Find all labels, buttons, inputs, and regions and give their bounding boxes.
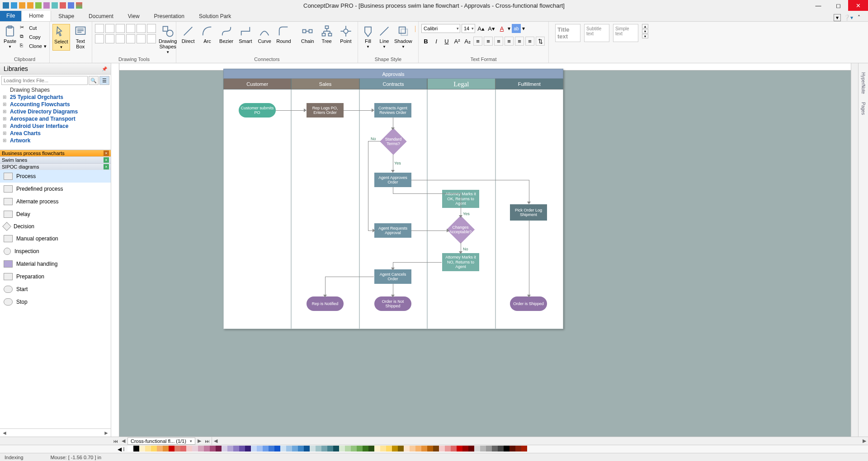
qat-icon[interactable] bbox=[76, 2, 82, 9]
shape-item-stop[interactable]: Stop bbox=[0, 296, 111, 308]
color-swatch[interactable] bbox=[451, 446, 457, 452]
search-options-button[interactable]: ☰ bbox=[99, 76, 109, 85]
help-icon[interactable]: ❔▾ bbox=[844, 14, 852, 21]
align-middle-icon[interactable]: ≡ bbox=[515, 37, 524, 46]
color-swatch[interactable] bbox=[175, 446, 180, 452]
preset-subtitle-text[interactable]: Subtitle text bbox=[584, 24, 609, 42]
lib-tab-business-process[interactable]: Business process flowcharts× bbox=[0, 150, 111, 156]
color-swatch[interactable] bbox=[198, 446, 204, 452]
color-swatch[interactable] bbox=[445, 446, 451, 452]
lane-header-legal[interactable]: Legal bbox=[427, 79, 495, 89]
connector-arc[interactable]: Arc bbox=[198, 24, 216, 45]
qat-icon[interactable] bbox=[3, 2, 9, 9]
font-size-select[interactable]: 14 bbox=[462, 24, 475, 33]
qat-icon[interactable] bbox=[68, 2, 74, 9]
bold-button[interactable]: B bbox=[421, 37, 430, 46]
tree-item[interactable]: Accounting Flowcharts bbox=[0, 101, 111, 108]
canvas-vscroll[interactable] bbox=[851, 63, 858, 437]
library-search-input[interactable] bbox=[1, 76, 88, 85]
color-swatch[interactable] bbox=[263, 446, 269, 452]
qat-save-icon[interactable] bbox=[11, 2, 17, 9]
shape-item-alternate-process[interactable]: Alternate process bbox=[0, 195, 111, 208]
sidebar-hscroll[interactable]: ◄► bbox=[0, 428, 111, 437]
drawing-shapes-button[interactable]: Drawing Shapes▼ bbox=[158, 24, 178, 55]
shape-style-preset[interactable] bbox=[415, 26, 415, 32]
qat-icon[interactable] bbox=[52, 2, 58, 9]
gallery-down-icon[interactable]: ▾ bbox=[642, 29, 648, 33]
node-order-not-shipped[interactable]: Order is Not Shipped bbox=[374, 296, 411, 311]
lane-header-fulfillment[interactable]: Fulfillment bbox=[495, 79, 563, 89]
gallery-up-icon[interactable]: ▴ bbox=[642, 24, 648, 28]
select-tool-button[interactable]: Select▼ bbox=[52, 24, 70, 51]
color-swatch[interactable] bbox=[274, 446, 280, 452]
close-button[interactable]: ✕ bbox=[848, 0, 868, 11]
color-swatch[interactable] bbox=[321, 446, 327, 452]
highlight-icon[interactable]: ab bbox=[512, 24, 521, 33]
paste-button[interactable]: Paste▼ bbox=[3, 24, 17, 50]
color-swatch[interactable] bbox=[363, 446, 368, 452]
copy-button[interactable]: ⧉Copy bbox=[19, 33, 47, 41]
color-swatch[interactable] bbox=[233, 446, 239, 452]
align-right-icon[interactable]: ≡ bbox=[494, 37, 503, 46]
shape-item-decision[interactable]: Decision bbox=[0, 221, 111, 232]
library-tree[interactable]: Drawing Shapes 25 Typical Orgcharts Acco… bbox=[0, 86, 111, 150]
color-swatch[interactable] bbox=[251, 446, 257, 452]
font-family-select[interactable]: Calibri bbox=[421, 24, 460, 33]
shape-item-delay[interactable]: Delay bbox=[0, 208, 111, 221]
node-rep-logs-po[interactable]: Rep Logs PO, Enters Order bbox=[307, 103, 344, 118]
clone-button[interactable]: ⎘Clone ▾ bbox=[19, 42, 47, 50]
color-swatch[interactable] bbox=[316, 446, 321, 452]
hscroll-right-icon[interactable]: ▶ bbox=[863, 438, 866, 444]
color-options-icon[interactable]: ◀ ⁞ bbox=[118, 446, 125, 452]
color-swatch[interactable] bbox=[151, 446, 157, 452]
color-swatch[interactable] bbox=[145, 446, 151, 452]
color-swatch[interactable] bbox=[180, 446, 186, 452]
connector-direct[interactable]: Direct bbox=[179, 24, 197, 45]
color-swatch[interactable] bbox=[286, 446, 292, 452]
color-swatch[interactable] bbox=[280, 446, 286, 452]
close-icon[interactable]: × bbox=[104, 157, 109, 163]
color-swatch[interactable] bbox=[227, 446, 233, 452]
node-agent-cancels[interactable]: Agent Cancels Order bbox=[374, 269, 411, 284]
text-box-button[interactable]: Text Box bbox=[72, 24, 89, 50]
tab-document[interactable]: Document bbox=[81, 11, 121, 21]
collapse-ribbon-icon[interactable]: ˄ bbox=[855, 14, 863, 21]
search-button[interactable]: 🔍 bbox=[89, 76, 99, 85]
color-swatch[interactable] bbox=[139, 446, 145, 452]
shadow-button[interactable]: Shadow▼ bbox=[393, 24, 413, 50]
preset-title-text[interactable]: Title text bbox=[555, 24, 580, 42]
shape-item-predefined-process[interactable]: Predefined process bbox=[0, 183, 111, 195]
color-swatch[interactable] bbox=[210, 446, 216, 452]
tab-home[interactable]: Home bbox=[21, 10, 51, 21]
node-rep-notified[interactable]: Rep is Notified bbox=[307, 296, 344, 311]
shape-item-start[interactable]: Start bbox=[0, 283, 111, 296]
window-layout-icon[interactable]: ▾ bbox=[834, 14, 841, 21]
node-contracts-agent-reviews[interactable]: Contracts Agent Reviews Order bbox=[374, 103, 411, 118]
color-swatch[interactable] bbox=[427, 446, 433, 452]
superscript-button[interactable]: A² bbox=[453, 37, 462, 46]
qat-icon[interactable] bbox=[35, 2, 42, 9]
color-swatch[interactable] bbox=[457, 446, 462, 452]
color-swatch[interactable] bbox=[292, 446, 298, 452]
page-next-icon[interactable]: ▶ bbox=[195, 438, 203, 444]
color-swatch[interactable] bbox=[204, 446, 210, 452]
connector-curve[interactable]: Curve bbox=[255, 24, 274, 45]
color-swatch[interactable] bbox=[357, 446, 363, 452]
align-top-icon[interactable]: ≡ bbox=[505, 37, 514, 46]
grow-font-icon[interactable]: A▴ bbox=[476, 24, 486, 33]
close-icon[interactable]: × bbox=[104, 164, 109, 169]
tab-file[interactable]: File bbox=[0, 10, 21, 21]
color-swatch[interactable] bbox=[374, 446, 380, 452]
color-swatch[interactable] bbox=[339, 446, 345, 452]
color-swatch[interactable] bbox=[333, 446, 339, 452]
color-swatch[interactable] bbox=[404, 446, 410, 452]
text-direction-icon[interactable]: ⇅ bbox=[536, 37, 545, 46]
color-swatch[interactable] bbox=[127, 446, 133, 452]
color-swatch[interactable] bbox=[415, 446, 421, 452]
qat-icon[interactable] bbox=[43, 2, 50, 9]
line-button[interactable]: Line▼ bbox=[377, 24, 392, 50]
cut-button[interactable]: ✂Cut bbox=[19, 24, 47, 32]
color-swatch[interactable] bbox=[392, 446, 398, 452]
tree-item[interactable]: Drawing Shapes bbox=[0, 86, 111, 94]
tree-item[interactable]: Artwork bbox=[0, 137, 111, 144]
